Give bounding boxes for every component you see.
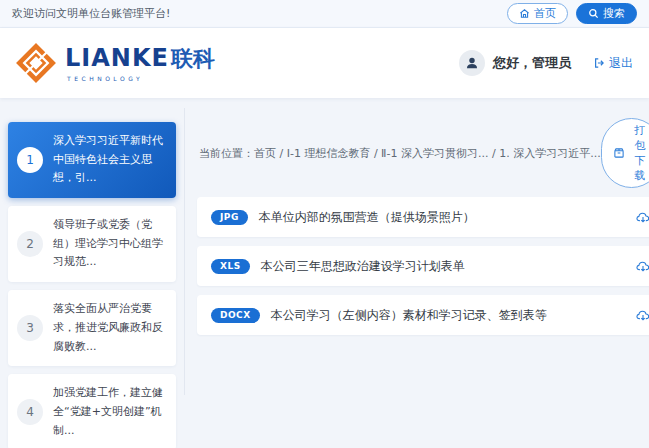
package-icon [613, 147, 625, 159]
sidebar-item-3[interactable]: 3 落实全面从严治党要求，推进党风廉政和反腐败教... [8, 290, 176, 366]
user-info: 您好，管理员 [459, 50, 571, 76]
file-info: JPG 本单位内部的氛围营造（提供场景照片） [211, 209, 475, 226]
breadcrumb-path: 首页 / I-1 理想信念教育 / Ⅱ-1 深入学习贯彻习... / 1. 深入… [254, 147, 601, 160]
file-info: XLS 本公司三年思想政治建设学习计划表单 [211, 258, 465, 275]
topbar-actions: 首页 搜索 [507, 3, 637, 24]
topbar: 欢迎访问文明单位台账管理平台! 首页 搜索 [0, 0, 649, 28]
lianke-logo-icon [16, 43, 56, 83]
file-info: DOCX 本公司学习（左侧内容）素材和学习记录、签到表等 [211, 307, 547, 324]
sidebar-item-label: 领导班子或党委（党组）理论学习中心组学习规范... [53, 216, 167, 272]
search-button[interactable]: 搜索 [576, 3, 637, 24]
download-button[interactable]: 下载 [636, 259, 649, 274]
file-name: 本公司三年思想政治建设学习计划表单 [261, 258, 465, 275]
breadcrumb-label: 当前位置： [199, 147, 254, 160]
item-number-badge: 1 [17, 147, 43, 173]
file-name: 本公司学习（左侧内容）素材和学习记录、签到表等 [271, 307, 547, 324]
user-greeting: 您好，管理员 [493, 54, 571, 72]
item-number-badge: 2 [17, 231, 43, 257]
file-name: 本单位内部的氛围营造（提供场景照片） [259, 209, 475, 226]
cloud-download-icon [636, 260, 649, 273]
sidebar-item-label: 加强党建工作，建立健全“党建+文明创建”机制... [53, 384, 167, 440]
file-row-2: XLS 本公司三年思想政治建设学习计划表单 下载 [197, 246, 649, 286]
sidebar-item-1[interactable]: 1 深入学习习近平新时代中国特色社会主义思想，引... [8, 122, 176, 198]
logout-icon [593, 57, 605, 69]
file-row-3: DOCX 本公司学习（左侧内容）素材和学习记录、签到表等 下载 [197, 295, 649, 335]
avatar [459, 50, 485, 76]
toolbar: 打包下载 [601, 118, 649, 188]
home-button[interactable]: 首页 [507, 3, 568, 24]
pack-download-label: 打包下载 [630, 123, 649, 183]
cloud-download-icon [636, 309, 649, 322]
app-root: 欢迎访问文明单位台账管理平台! 首页 搜索 [0, 0, 649, 448]
logout-label: 退出 [609, 55, 633, 72]
content: 当前位置：首页 / I-1 理想信念教育 / Ⅱ-1 深入学习贯彻习... / … [185, 98, 649, 448]
main: 1 深入学习习近平新时代中国特色社会主义思想，引... 2 领导班子或党委（党组… [0, 98, 649, 448]
logo: LIANKE 联科 TECHNOLOGY [16, 43, 215, 83]
file-type-badge: XLS [211, 259, 250, 274]
search-icon [588, 8, 599, 19]
sidebar-item-4[interactable]: 4 加强党建工作，建立健全“党建+文明创建”机制... [8, 374, 176, 448]
user-area: 您好，管理员 退出 [459, 50, 633, 76]
breadcrumb-row: 当前位置：首页 / I-1 理想信念教育 / Ⅱ-1 深入学习贯彻习... / … [197, 118, 649, 188]
logout-button[interactable]: 退出 [593, 55, 633, 72]
sidebar-item-label: 深入学习习近平新时代中国特色社会主义思想，引... [53, 132, 167, 188]
file-type-badge: JPG [211, 210, 248, 225]
sidebar-item-label: 落实全面从严治党要求，推进党风廉政和反腐败教... [53, 300, 167, 356]
item-number-badge: 3 [17, 315, 43, 341]
logo-text: LIANKE 联科 TECHNOLOGY [65, 44, 215, 82]
file-row-1: JPG 本单位内部的氛围营造（提供场景照片） 下载 [197, 197, 649, 237]
sidebar: 1 深入学习习近平新时代中国特色社会主义思想，引... 2 领导班子或党委（党组… [0, 98, 184, 448]
item-number-badge: 4 [17, 399, 43, 425]
home-icon [519, 8, 530, 19]
download-button[interactable]: 下载 [636, 210, 649, 225]
pack-download-button[interactable]: 打包下载 [601, 118, 649, 188]
logo-name-en: LIANKE [65, 44, 169, 72]
logo-subtitle: TECHNOLOGY [65, 75, 215, 82]
sidebar-item-2[interactable]: 2 领导班子或党委（党组）理论学习中心组学习规范... [8, 206, 176, 282]
file-type-badge: DOCX [211, 308, 260, 323]
cloud-download-icon [636, 211, 649, 224]
welcome-text: 欢迎访问文明单位台账管理平台! [12, 6, 170, 21]
breadcrumb: 当前位置：首页 / I-1 理想信念教育 / Ⅱ-1 深入学习贯彻习... / … [199, 146, 601, 161]
home-button-label: 首页 [534, 8, 556, 19]
logo-name-cn: 联科 [171, 44, 215, 74]
search-button-label: 搜索 [603, 8, 625, 19]
header: LIANKE 联科 TECHNOLOGY 您好，管理员 [0, 28, 649, 98]
download-button[interactable]: 下载 [636, 308, 649, 323]
